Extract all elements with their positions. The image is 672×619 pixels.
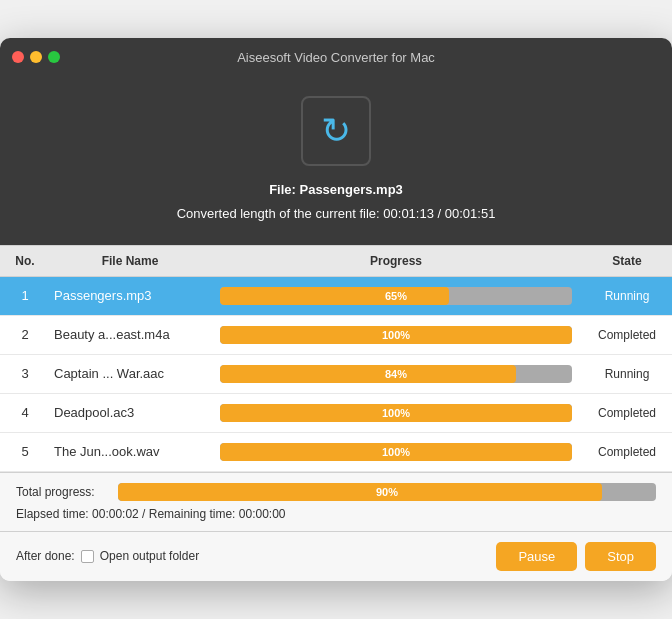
table-row[interactable]: 4Deadpool.ac3100%Completed <box>0 394 672 433</box>
row-progress-container: 84% <box>210 365 582 383</box>
pause-button[interactable]: Pause <box>496 542 577 571</box>
after-done-label: After done: <box>16 549 75 563</box>
file-info: File: Passengers.mp3 Converted length of… <box>177 178 496 225</box>
col-header-state: State <box>582 252 672 270</box>
progress-percent-label: 100% <box>382 446 410 458</box>
table-row[interactable]: 1Passengers.mp365%Running <box>0 277 672 316</box>
bottom-bar: After done: Open output folder Pause Sto… <box>0 531 672 581</box>
traffic-lights <box>12 51 60 63</box>
table-row[interactable]: 2Beauty a...east.m4a100%Completed <box>0 316 672 355</box>
row-number: 3 <box>0 366 50 381</box>
row-filename: The Jun...ook.wav <box>50 444 210 459</box>
refresh-icon: ↻ <box>321 110 351 152</box>
table-header: No. File Name Progress State <box>0 245 672 277</box>
close-button[interactable] <box>12 51 24 63</box>
window-title: Aiseesoft Video Converter for Mac <box>237 50 435 65</box>
row-number: 5 <box>0 444 50 459</box>
row-filename: Beauty a...east.m4a <box>50 327 210 342</box>
progress-percent-label: 100% <box>382 329 410 341</box>
row-filename: Passengers.mp3 <box>50 288 210 303</box>
col-header-filename: File Name <box>50 252 210 270</box>
row-state: Running <box>582 367 672 381</box>
progress-bar-bg: 100% <box>220 443 572 461</box>
stop-button[interactable]: Stop <box>585 542 656 571</box>
table-row[interactable]: 5The Jun...ook.wav100%Completed <box>0 433 672 472</box>
open-folder-label: Open output folder <box>100 549 199 563</box>
after-done: After done: Open output folder <box>16 549 488 563</box>
file-name-label: File: Passengers.mp3 <box>177 178 496 201</box>
row-number: 2 <box>0 327 50 342</box>
progress-percent-label: 100% <box>382 407 410 419</box>
progress-bar-bg: 65% <box>220 287 572 305</box>
converting-area: ↻ File: Passengers.mp3 Converted length … <box>0 76 672 245</box>
row-filename: Deadpool.ac3 <box>50 405 210 420</box>
total-progress-fill <box>118 483 602 501</box>
convert-icon-box: ↻ <box>301 96 371 166</box>
progress-bar-bg: 100% <box>220 326 572 344</box>
row-progress-container: 100% <box>210 404 582 422</box>
row-number: 4 <box>0 405 50 420</box>
converted-length-label: Converted length of the current file: 00… <box>177 202 496 225</box>
total-progress-bar: 90% <box>118 483 656 501</box>
col-header-progress: Progress <box>210 252 582 270</box>
progress-bar-bg: 84% <box>220 365 572 383</box>
col-header-no: No. <box>0 252 50 270</box>
progress-bar-bg: 100% <box>220 404 572 422</box>
elapsed-time: Elapsed time: 00:00:02 / Remaining time:… <box>16 507 656 521</box>
table-body: 1Passengers.mp365%Running2Beauty a...eas… <box>0 277 672 472</box>
app-window: Aiseesoft Video Converter for Mac ↻ File… <box>0 38 672 581</box>
row-state: Running <box>582 289 672 303</box>
total-progress-percent: 90% <box>376 486 398 498</box>
minimize-button[interactable] <box>30 51 42 63</box>
table-row[interactable]: 3Captain ... War.aac84%Running <box>0 355 672 394</box>
row-state: Completed <box>582 406 672 420</box>
progress-percent-label: 65% <box>385 290 407 302</box>
total-area: Total progress: 90% Elapsed time: 00:00:… <box>0 472 672 531</box>
titlebar: Aiseesoft Video Converter for Mac <box>0 38 672 76</box>
total-progress-label: Total progress: <box>16 485 106 499</box>
progress-bar-fill <box>220 365 516 383</box>
row-state: Completed <box>582 445 672 459</box>
row-filename: Captain ... War.aac <box>50 366 210 381</box>
total-progress-row: Total progress: 90% <box>16 483 656 501</box>
row-progress-container: 65% <box>210 287 582 305</box>
row-number: 1 <box>0 288 50 303</box>
row-state: Completed <box>582 328 672 342</box>
progress-percent-label: 84% <box>385 368 407 380</box>
progress-bar-fill <box>220 287 449 305</box>
maximize-button[interactable] <box>48 51 60 63</box>
open-folder-checkbox[interactable] <box>81 550 94 563</box>
row-progress-container: 100% <box>210 443 582 461</box>
row-progress-container: 100% <box>210 326 582 344</box>
